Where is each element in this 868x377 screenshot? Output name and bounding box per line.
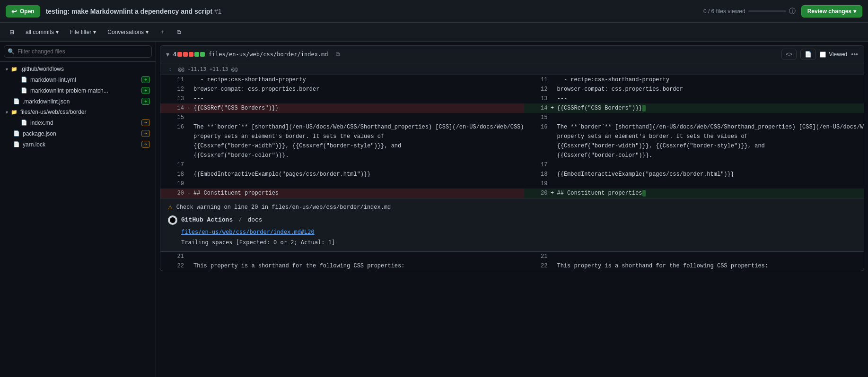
expand-up-button[interactable]: ↕ [166, 65, 175, 73]
folder-name: files/en-us/web/css/border [20, 109, 86, 115]
sidebar-item-yarn-lock[interactable]: 📄 yarn.lock ~ [0, 139, 156, 150]
chevron-down-icon: ▾ [6, 110, 8, 115]
sidebar-item-markdownlint-problem[interactable]: 📄 markdownlint-problem-match... + [0, 85, 156, 96]
diff-block-del3 [189, 52, 193, 57]
line-number-new: 14 [524, 103, 548, 113]
code-left: {{EmbedInteractiveExample("pages/css/bor… [193, 170, 524, 179]
file-icon: 📄 [21, 77, 27, 83]
file-filter-chevron-icon: ▾ [93, 29, 96, 35]
file-header: ▾ 4 files/en-us/web/css/border/index.md … [160, 45, 864, 63]
diff-sign-left [184, 261, 193, 271]
annotation-row: ⧉ ⚠ Check warning on line 20 in files/en… [160, 198, 864, 252]
file-name: package.json [23, 130, 56, 137]
diff-sign-left [184, 75, 193, 85]
toolbar: ⊟ all commits ▾ File filter ▾ Conversati… [0, 23, 868, 42]
table-row: 19 19 [160, 179, 864, 188]
diff-sign-right [548, 252, 557, 261]
search-icon: 🔍 [8, 48, 15, 55]
folder-icon: 📁 [11, 109, 18, 115]
annotation-link[interactable]: files/en-us/web/css/border/index.md#L20 [181, 228, 864, 236]
file-tree: ▾ 📁 .github/workflows 📄 markdown-lint.ym… [0, 62, 156, 377]
file-name: markdown-lint.yml [30, 77, 76, 83]
search-box: 🔍 [0, 42, 156, 62]
diff-sign-left [184, 122, 193, 132]
line-number-new: 13 [524, 94, 548, 103]
diff-sign-right [548, 113, 557, 122]
sidebar-item-package-json[interactable]: 📄 package.json ~ [0, 128, 156, 139]
line-number-new [524, 151, 548, 160]
code-left: {{Cssxref("border-color")}}. [193, 151, 524, 160]
diff-block-add [194, 52, 199, 57]
sidebar-item-files-folder[interactable]: ▾ 📁 files/en-us/web/css/border [0, 107, 156, 117]
table-row: 15 15 [160, 113, 864, 122]
open-icon: ↩ [11, 8, 17, 15]
more-options-button[interactable]: ••• [851, 51, 858, 58]
line-number-new: 20 [524, 188, 548, 198]
line-number-new: 12 [524, 85, 548, 94]
files-progress-bar [748, 10, 786, 12]
sidebar-toggle-button[interactable]: ⊟ [6, 27, 18, 37]
code-left: {{Cssxref("border-width")}}, {{Cssxref("… [193, 141, 524, 151]
review-changes-button[interactable]: Review changes ▾ [801, 5, 862, 17]
add-badge: + [141, 76, 150, 83]
code-right [557, 252, 864, 261]
all-commits-button[interactable]: all commits ▾ [22, 27, 62, 37]
open-label: Open [20, 8, 35, 15]
file-icon: 📄 [13, 141, 20, 147]
pr-title: testing: make Markdownlint a dependency … [46, 8, 222, 15]
folder-name: .github/workflows [20, 66, 64, 72]
table-row: 18 {{EmbedInteractiveExample("pages/css/… [160, 170, 864, 179]
line-number-new: 11 [524, 75, 548, 85]
code-right: - recipe:css-shorthand-property [557, 75, 864, 85]
view-raw-button[interactable]: <> [781, 49, 797, 60]
sidebar-item-github-workflows[interactable]: ▾ 📁 .github/workflows [0, 64, 156, 74]
mod-badge: ~ [141, 141, 150, 148]
code-right: --- [557, 94, 864, 103]
line-number-old: 11 [160, 75, 184, 85]
viewed-checkbox[interactable] [820, 51, 826, 58]
code-left: This property is a shorthand for the fol… [193, 261, 524, 271]
table-row: {{Cssxref("border-color")}}. {{Cssxref("… [160, 151, 864, 160]
sidebar-item-index-md[interactable]: 📄 index.md ~ [0, 117, 156, 128]
sidebar-item-markdown-lint-yml[interactable]: 📄 markdown-lint.yml + [0, 74, 156, 85]
line-number-old: 20 [160, 188, 184, 198]
view-file-button[interactable]: 📄 [800, 49, 816, 60]
line-number-old: 18 [160, 170, 184, 179]
diff-sign-right: + [548, 103, 557, 113]
sidebar-item-markdownlint-json[interactable]: 📄 .markdownlint.json + [0, 96, 156, 107]
table-row: 14-{{CSSRef("CSS Borders")}}14+{{CSSRef(… [160, 103, 864, 113]
split-view-button[interactable]: ⧉ [173, 27, 185, 37]
code-right: {{EmbedInteractiveExample("pages/css/bor… [557, 170, 864, 179]
file-name: yarn.lock [23, 141, 45, 148]
chevron-down-icon: ▾ [853, 8, 856, 15]
diff-sign-right [548, 94, 557, 103]
annotation-cell: ⧉ ⚠ Check warning on line 20 in files/en… [160, 198, 864, 252]
annotation-slash: / [238, 216, 242, 224]
code-right: The **`border`** [shorthand](/en-US/docs… [557, 122, 864, 132]
line-number-new: 19 [524, 179, 548, 188]
diff-sign-right: + [548, 188, 557, 198]
annotation-message: Trailing spaces [Expected: 0 or 2; Actua… [181, 238, 864, 247]
annotation-sub: docs [247, 216, 262, 224]
line-number-new: 16 [524, 122, 548, 132]
line-number-old [160, 132, 184, 141]
diff-block-del [177, 52, 182, 57]
files-viewed-info: 0 / 6 files viewed ⓘ [703, 7, 796, 16]
annotation-title: GitHub Actions [181, 216, 233, 224]
search-input[interactable] [4, 45, 152, 58]
copy-path-button[interactable]: ⧉ [332, 49, 344, 60]
conversations-label: Conversations [107, 29, 144, 35]
svg-point-0 [170, 217, 175, 223]
diff-sign-right [548, 122, 557, 132]
diff-sign-right [548, 179, 557, 188]
chevron-down-icon: ▾ [6, 67, 8, 72]
add-button[interactable]: ＋ [156, 26, 169, 38]
diff-sign-right [548, 85, 557, 94]
conversations-button[interactable]: Conversations ▾ [104, 27, 152, 37]
diff-table-wrapper: ↕ @@ -11,13 +11,13 @@ 11 - recipe:css-sh… [160, 63, 864, 271]
collapse-button[interactable]: ▾ [166, 51, 169, 58]
line-number-old: 19 [160, 179, 184, 188]
file-filter-button[interactable]: File filter ▾ [66, 27, 100, 37]
open-button[interactable]: ↩ Open [6, 5, 40, 17]
info-icon[interactable]: ⓘ [789, 7, 796, 16]
